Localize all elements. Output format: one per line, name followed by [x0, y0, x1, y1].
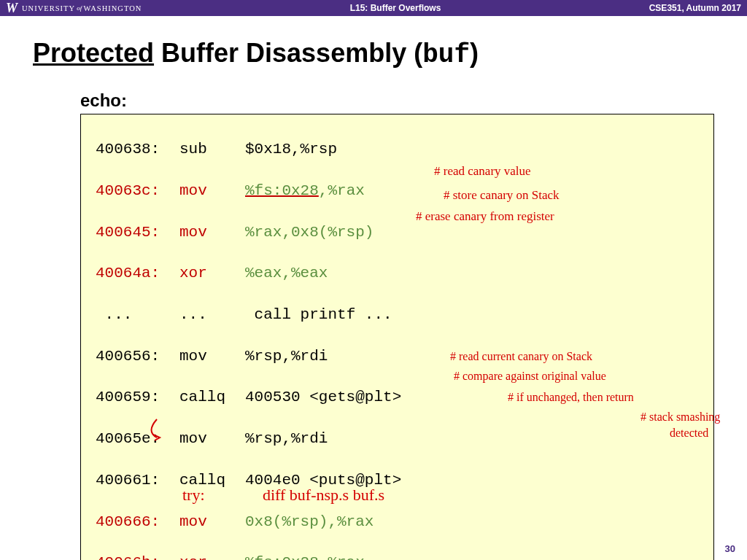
page-title: Protected Buffer Disassembly (buf): [33, 38, 714, 70]
lecture-title: L15: Buffer Overflows: [350, 3, 441, 13]
try-command: diff buf-nsp.s buf.s: [263, 486, 384, 505]
slide-content: Protected Buffer Disassembly (buf) echo:…: [0, 16, 747, 560]
annotation-compare: # compare against original value: [454, 370, 606, 383]
disassembly-box: 400638:sub$0x18,%rsp 40063c:mov%fs:0x28,…: [80, 114, 714, 560]
title-part3: ): [470, 38, 479, 68]
asm-line: 400656:mov%rsp,%rdi: [96, 346, 708, 367]
asm-line: 400638:sub$0x18,%rsp: [96, 139, 708, 160]
slide-header: W UNIVERSITY of WASHINGTON L15: Buffer O…: [0, 0, 747, 16]
annotation-store-canary: # store canary on Stack: [444, 188, 560, 203]
asm-line: 40063c:mov%fs:0x28,%rax: [96, 181, 708, 201]
university-name: WASHINGTON: [84, 4, 142, 12]
university-prefix: UNIVERSITY: [22, 4, 75, 12]
title-underlined: Protected: [33, 38, 154, 68]
annotation-if-unchanged: # if unchanged, then return: [508, 391, 634, 404]
page-number: 30: [725, 543, 735, 554]
annotation-erase-canary: # erase canary from register: [416, 209, 554, 224]
asm-line: 40066b:xor%fs:0x28,%rax: [96, 553, 708, 560]
header-left: W UNIVERSITY of WASHINGTON: [6, 1, 142, 16]
annotation-read-canary: # read canary value: [434, 164, 531, 179]
course-term: CSE351, Autumn 2017: [649, 3, 741, 13]
university-of: of: [75, 4, 84, 12]
title-part2: Buffer Disassembly (: [154, 38, 422, 68]
function-label: echo:: [80, 90, 714, 111]
try-label: try:: [182, 486, 205, 505]
annotation-smash1: # stack smashing: [640, 411, 720, 424]
annotation-smash2: detected: [670, 427, 708, 440]
asm-line: 400666:mov0x8(%rsp),%rax: [96, 512, 708, 532]
title-mono: buf: [422, 40, 470, 70]
asm-line: 40064a:xor%eax,%eax: [96, 263, 708, 284]
annotation-read-current: # read current canary on Stack: [450, 350, 592, 363]
asm-line: 400645:mov%rax,0x8(%rsp): [96, 222, 708, 243]
uw-w-logo: W: [6, 1, 18, 16]
asm-line: 40065e:mov%rsp,%rdi: [96, 429, 708, 449]
asm-line: ...... call printf ...: [96, 305, 708, 325]
